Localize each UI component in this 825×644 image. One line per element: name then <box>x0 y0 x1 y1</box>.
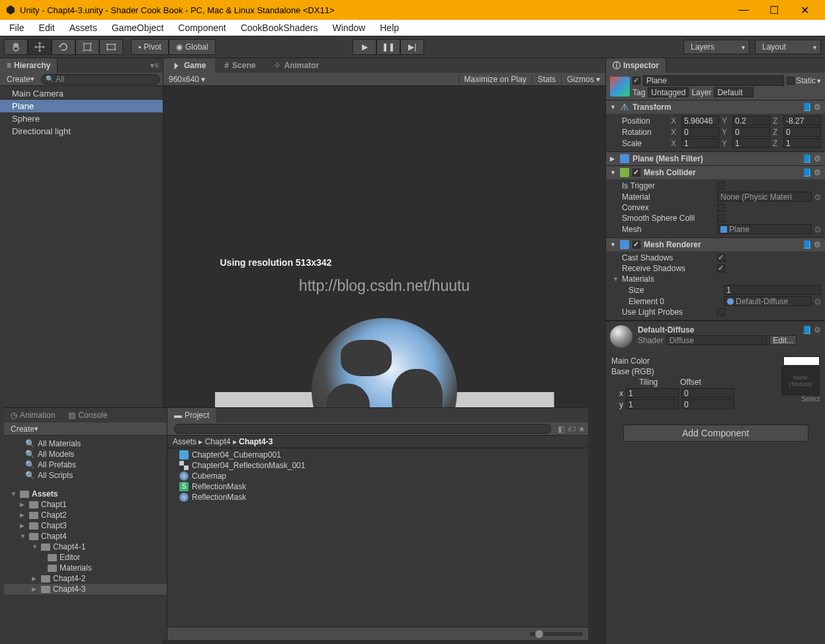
hierarchy-item[interactable]: Sphere <box>0 112 163 125</box>
meshrenderer-header[interactable]: ▼ Mesh Renderer 📘⚙ <box>606 238 825 251</box>
hierarchy-item[interactable]: Directional light <box>0 125 163 138</box>
gizmos-dropdown[interactable]: Gizmos ▾ <box>561 75 605 84</box>
global-toggle[interactable]: ◉Global <box>169 39 216 55</box>
move-tool[interactable] <box>28 39 52 55</box>
tab-menu-icon[interactable]: ▾≡ <box>146 61 163 70</box>
rot-x[interactable] <box>681 127 719 137</box>
close-button[interactable]: ✕ <box>789 0 820 20</box>
hierarchy-search[interactable]: 🔍All <box>41 74 160 85</box>
scale-y[interactable] <box>732 138 770 148</box>
stats-toggle[interactable]: Stats <box>532 75 561 84</box>
meshrenderer-enabled[interactable] <box>632 241 640 249</box>
filter-item[interactable]: 🔍All Models <box>4 449 167 460</box>
folder-item[interactable]: ▶Chapt1 <box>4 499 167 510</box>
gear-icon[interactable]: ⚙ <box>814 102 821 112</box>
rot-z[interactable] <box>783 127 821 137</box>
scale-x[interactable] <box>681 138 719 148</box>
tiling-y[interactable] <box>626 399 679 409</box>
menu-file[interactable]: File <box>3 21 31 34</box>
file-item[interactable]: SReflectionMask <box>167 481 588 492</box>
hierarchy-tab[interactable]: ≡Hierarchy <box>0 58 58 73</box>
search-type-icon[interactable]: 🏷 <box>568 424 576 434</box>
file-item[interactable]: Cubemap <box>167 471 588 481</box>
hierarchy-create-button[interactable]: Create ▾ <box>3 75 38 84</box>
animator-tab[interactable]: ⁘Animator <box>265 58 328 73</box>
filter-item[interactable]: 🔍All Scripts <box>4 470 167 481</box>
search-filter-icon[interactable]: ◧ <box>558 424 565 434</box>
animation-tab[interactable]: ◷Animation <box>4 408 62 423</box>
layout-dropdown[interactable]: Layout <box>755 40 821 54</box>
maximize-button[interactable]: ☐ <box>759 0 789 20</box>
gear-icon[interactable]: ⚙ <box>814 154 821 163</box>
gear-icon[interactable]: ⚙ <box>814 168 821 177</box>
file-item[interactable]: Chapter04_Cubemap001 <box>167 450 588 460</box>
menu-help[interactable]: Help <box>373 21 406 34</box>
rot-y[interactable] <box>732 127 770 137</box>
play-button[interactable]: ▶ <box>353 39 376 55</box>
folder-item[interactable]: ▶Chapt4-3 <box>4 584 167 594</box>
smoothsphere-checkbox[interactable] <box>717 214 725 222</box>
convex-checkbox[interactable] <box>717 204 725 212</box>
file-item[interactable]: ReflectionMask <box>167 492 588 503</box>
folder-item[interactable]: ▶Chapt2 <box>4 510 167 520</box>
receiveshadows-checkbox[interactable] <box>717 264 725 272</box>
offset-y[interactable] <box>681 399 734 409</box>
materials-size[interactable] <box>724 285 821 295</box>
pos-x[interactable] <box>681 116 719 126</box>
texture-select[interactable]: Select <box>781 395 820 403</box>
folder-item[interactable]: ▶Chapt4-2 <box>4 573 167 584</box>
physic-material-field[interactable]: None (Physic Materi <box>717 192 812 202</box>
menu-edit[interactable]: Edit <box>32 21 62 34</box>
castshadows-checkbox[interactable] <box>717 254 725 262</box>
filter-item[interactable]: 🔍All Materials <box>4 438 167 449</box>
shader-edit-button[interactable]: Edit... <box>769 335 797 345</box>
breadcrumb[interactable]: Assets ▸ Chapt4 ▸ Chapt4-3 <box>167 436 588 448</box>
step-button[interactable]: ▶| <box>400 39 424 55</box>
istrigger-checkbox[interactable] <box>717 182 725 190</box>
menu-window[interactable]: Window <box>326 21 372 34</box>
file-item[interactable]: Chapter04_ReflectionMask_001 <box>167 460 588 471</box>
project-tab[interactable]: ▬Project <box>167 408 216 423</box>
help-icon[interactable]: 📘 <box>802 240 812 249</box>
object-name-field[interactable] <box>643 75 784 86</box>
icon-size-slider[interactable] <box>530 632 583 636</box>
pos-z[interactable] <box>783 116 821 126</box>
favorite-icon[interactable]: ★ <box>578 424 586 434</box>
menu-gameobject[interactable]: GameObject <box>105 21 171 34</box>
scene-tab[interactable]: #Scene <box>215 58 265 73</box>
game-tab[interactable]: ⏵Game <box>163 58 215 73</box>
scale-tool[interactable] <box>75 39 99 55</box>
help-icon[interactable]: 📘 <box>802 325 812 348</box>
help-icon[interactable]: 📘 <box>802 102 812 112</box>
scale-z[interactable] <box>783 138 821 148</box>
resolution-dropdown[interactable]: 960x640 ▾ <box>163 75 210 84</box>
meshcollider-enabled[interactable] <box>632 169 640 177</box>
pivot-toggle[interactable]: ▪Pivot <box>131 39 169 55</box>
layers-dropdown[interactable]: Layers <box>683 40 750 54</box>
offset-x[interactable] <box>681 388 734 398</box>
help-icon[interactable]: 📘 <box>802 154 812 163</box>
gear-icon[interactable]: ⚙ <box>814 240 821 249</box>
hierarchy-item[interactable]: Plane <box>0 100 163 112</box>
menu-assets[interactable]: Assets <box>63 21 104 34</box>
lightprobes-checkbox[interactable] <box>717 308 725 316</box>
tag-dropdown[interactable]: Untagged <box>648 87 689 97</box>
shader-dropdown[interactable]: Diffuse <box>666 335 767 345</box>
rect-tool[interactable] <box>99 39 123 55</box>
filter-item[interactable]: 🔍All Prefabs <box>4 460 167 470</box>
menu-cookbookshaders[interactable]: CookBookShaders <box>234 21 325 34</box>
gear-icon[interactable]: ⚙ <box>814 325 821 348</box>
folder-item[interactable]: Editor <box>4 552 167 563</box>
project-search[interactable] <box>174 424 551 434</box>
minimize-button[interactable]: — <box>728 0 759 20</box>
hierarchy-item[interactable]: Main Camera <box>0 87 163 100</box>
project-create-button[interactable]: Create ▾ <box>7 424 42 434</box>
help-icon[interactable]: 📘 <box>802 168 812 177</box>
main-color-swatch[interactable] <box>783 356 820 366</box>
hand-tool[interactable] <box>4 39 28 55</box>
mesh-field[interactable]: Plane <box>717 224 812 234</box>
inspector-tab[interactable]: ⓘInspector <box>606 58 666 73</box>
transform-header[interactable]: ▼ Transform 📘⚙ <box>606 101 825 114</box>
meshfilter-header[interactable]: ▶ Plane (Mesh Filter) 📘⚙ <box>606 152 825 165</box>
rotate-tool[interactable] <box>52 39 75 55</box>
